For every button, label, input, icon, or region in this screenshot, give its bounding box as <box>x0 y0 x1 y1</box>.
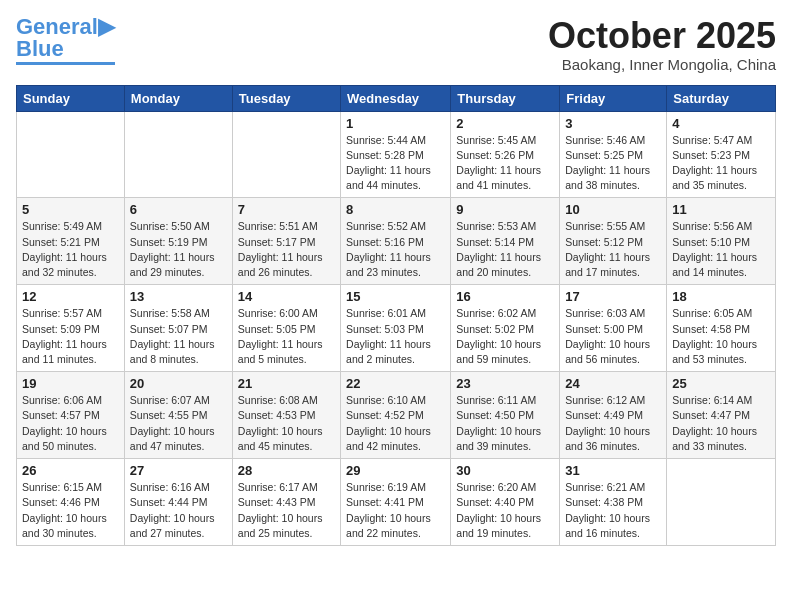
day-number: 10 <box>565 202 661 217</box>
day-number: 6 <box>130 202 227 217</box>
day-info: Sunrise: 6:20 AM Sunset: 4:40 PM Dayligh… <box>456 480 554 541</box>
day-number: 4 <box>672 116 770 131</box>
day-info: Sunrise: 5:49 AM Sunset: 5:21 PM Dayligh… <box>22 219 119 280</box>
calendar-week-row: 19Sunrise: 6:06 AM Sunset: 4:57 PM Dayli… <box>17 372 776 459</box>
weekday-header: Friday <box>560 85 667 111</box>
calendar-cell: 6Sunrise: 5:50 AM Sunset: 5:19 PM Daylig… <box>124 198 232 285</box>
day-number: 23 <box>456 376 554 391</box>
day-number: 22 <box>346 376 445 391</box>
calendar-cell <box>667 459 776 546</box>
calendar-cell: 20Sunrise: 6:07 AM Sunset: 4:55 PM Dayli… <box>124 372 232 459</box>
day-info: Sunrise: 6:12 AM Sunset: 4:49 PM Dayligh… <box>565 393 661 454</box>
calendar-cell: 4Sunrise: 5:47 AM Sunset: 5:23 PM Daylig… <box>667 111 776 198</box>
title-area: October 2025 Baokang, Inner Mongolia, Ch… <box>548 16 776 73</box>
calendar-cell: 5Sunrise: 5:49 AM Sunset: 5:21 PM Daylig… <box>17 198 125 285</box>
day-number: 27 <box>130 463 227 478</box>
day-info: Sunrise: 6:19 AM Sunset: 4:41 PM Dayligh… <box>346 480 445 541</box>
calendar-cell: 25Sunrise: 6:14 AM Sunset: 4:47 PM Dayli… <box>667 372 776 459</box>
calendar-cell: 17Sunrise: 6:03 AM Sunset: 5:00 PM Dayli… <box>560 285 667 372</box>
calendar-cell: 30Sunrise: 6:20 AM Sunset: 4:40 PM Dayli… <box>451 459 560 546</box>
day-info: Sunrise: 6:03 AM Sunset: 5:00 PM Dayligh… <box>565 306 661 367</box>
day-info: Sunrise: 5:45 AM Sunset: 5:26 PM Dayligh… <box>456 133 554 194</box>
logo-underline <box>16 62 115 65</box>
day-number: 5 <box>22 202 119 217</box>
day-number: 26 <box>22 463 119 478</box>
calendar-cell: 3Sunrise: 5:46 AM Sunset: 5:25 PM Daylig… <box>560 111 667 198</box>
calendar-cell: 24Sunrise: 6:12 AM Sunset: 4:49 PM Dayli… <box>560 372 667 459</box>
day-number: 19 <box>22 376 119 391</box>
month-title: October 2025 <box>548 16 776 56</box>
calendar-cell: 8Sunrise: 5:52 AM Sunset: 5:16 PM Daylig… <box>341 198 451 285</box>
day-number: 8 <box>346 202 445 217</box>
calendar-cell <box>124 111 232 198</box>
weekday-header: Tuesday <box>232 85 340 111</box>
calendar-cell: 19Sunrise: 6:06 AM Sunset: 4:57 PM Dayli… <box>17 372 125 459</box>
calendar-week-row: 26Sunrise: 6:15 AM Sunset: 4:46 PM Dayli… <box>17 459 776 546</box>
logo: General▶ Blue <box>16 16 115 65</box>
day-info: Sunrise: 6:16 AM Sunset: 4:44 PM Dayligh… <box>130 480 227 541</box>
calendar-cell: 12Sunrise: 5:57 AM Sunset: 5:09 PM Dayli… <box>17 285 125 372</box>
calendar-cell: 23Sunrise: 6:11 AM Sunset: 4:50 PM Dayli… <box>451 372 560 459</box>
weekday-header: Saturday <box>667 85 776 111</box>
day-number: 21 <box>238 376 335 391</box>
day-info: Sunrise: 5:51 AM Sunset: 5:17 PM Dayligh… <box>238 219 335 280</box>
day-info: Sunrise: 6:02 AM Sunset: 5:02 PM Dayligh… <box>456 306 554 367</box>
location-subtitle: Baokang, Inner Mongolia, China <box>548 56 776 73</box>
weekday-header: Wednesday <box>341 85 451 111</box>
page-header: General▶ Blue October 2025 Baokang, Inne… <box>16 16 776 73</box>
day-number: 7 <box>238 202 335 217</box>
calendar-cell: 2Sunrise: 5:45 AM Sunset: 5:26 PM Daylig… <box>451 111 560 198</box>
weekday-header: Sunday <box>17 85 125 111</box>
day-number: 2 <box>456 116 554 131</box>
calendar-cell: 11Sunrise: 5:56 AM Sunset: 5:10 PM Dayli… <box>667 198 776 285</box>
day-number: 25 <box>672 376 770 391</box>
calendar-week-row: 5Sunrise: 5:49 AM Sunset: 5:21 PM Daylig… <box>17 198 776 285</box>
day-info: Sunrise: 5:46 AM Sunset: 5:25 PM Dayligh… <box>565 133 661 194</box>
day-info: Sunrise: 5:44 AM Sunset: 5:28 PM Dayligh… <box>346 133 445 194</box>
day-number: 24 <box>565 376 661 391</box>
calendar-cell <box>232 111 340 198</box>
day-info: Sunrise: 5:50 AM Sunset: 5:19 PM Dayligh… <box>130 219 227 280</box>
calendar-cell: 10Sunrise: 5:55 AM Sunset: 5:12 PM Dayli… <box>560 198 667 285</box>
day-number: 30 <box>456 463 554 478</box>
day-number: 9 <box>456 202 554 217</box>
day-number: 17 <box>565 289 661 304</box>
day-info: Sunrise: 5:55 AM Sunset: 5:12 PM Dayligh… <box>565 219 661 280</box>
calendar-week-row: 12Sunrise: 5:57 AM Sunset: 5:09 PM Dayli… <box>17 285 776 372</box>
weekday-header: Thursday <box>451 85 560 111</box>
day-info: Sunrise: 6:21 AM Sunset: 4:38 PM Dayligh… <box>565 480 661 541</box>
day-number: 1 <box>346 116 445 131</box>
day-info: Sunrise: 6:06 AM Sunset: 4:57 PM Dayligh… <box>22 393 119 454</box>
day-info: Sunrise: 6:07 AM Sunset: 4:55 PM Dayligh… <box>130 393 227 454</box>
calendar-cell: 1Sunrise: 5:44 AM Sunset: 5:28 PM Daylig… <box>341 111 451 198</box>
day-info: Sunrise: 6:14 AM Sunset: 4:47 PM Dayligh… <box>672 393 770 454</box>
calendar-cell: 18Sunrise: 6:05 AM Sunset: 4:58 PM Dayli… <box>667 285 776 372</box>
day-info: Sunrise: 6:15 AM Sunset: 4:46 PM Dayligh… <box>22 480 119 541</box>
calendar-cell: 21Sunrise: 6:08 AM Sunset: 4:53 PM Dayli… <box>232 372 340 459</box>
weekday-header-row: SundayMondayTuesdayWednesdayThursdayFrid… <box>17 85 776 111</box>
day-number: 31 <box>565 463 661 478</box>
calendar-cell: 26Sunrise: 6:15 AM Sunset: 4:46 PM Dayli… <box>17 459 125 546</box>
day-info: Sunrise: 5:58 AM Sunset: 5:07 PM Dayligh… <box>130 306 227 367</box>
day-info: Sunrise: 5:52 AM Sunset: 5:16 PM Dayligh… <box>346 219 445 280</box>
day-number: 16 <box>456 289 554 304</box>
day-number: 29 <box>346 463 445 478</box>
calendar-cell: 22Sunrise: 6:10 AM Sunset: 4:52 PM Dayli… <box>341 372 451 459</box>
calendar-cell: 31Sunrise: 6:21 AM Sunset: 4:38 PM Dayli… <box>560 459 667 546</box>
day-info: Sunrise: 5:56 AM Sunset: 5:10 PM Dayligh… <box>672 219 770 280</box>
calendar-cell: 29Sunrise: 6:19 AM Sunset: 4:41 PM Dayli… <box>341 459 451 546</box>
calendar-cell: 15Sunrise: 6:01 AM Sunset: 5:03 PM Dayli… <box>341 285 451 372</box>
day-info: Sunrise: 5:47 AM Sunset: 5:23 PM Dayligh… <box>672 133 770 194</box>
day-info: Sunrise: 6:00 AM Sunset: 5:05 PM Dayligh… <box>238 306 335 367</box>
calendar-cell <box>17 111 125 198</box>
day-info: Sunrise: 6:10 AM Sunset: 4:52 PM Dayligh… <box>346 393 445 454</box>
calendar-cell: 7Sunrise: 5:51 AM Sunset: 5:17 PM Daylig… <box>232 198 340 285</box>
day-number: 11 <box>672 202 770 217</box>
logo-blue: ▶ <box>98 14 115 39</box>
day-number: 18 <box>672 289 770 304</box>
logo-blue-text: Blue <box>16 38 64 60</box>
day-number: 14 <box>238 289 335 304</box>
calendar-cell: 28Sunrise: 6:17 AM Sunset: 4:43 PM Dayli… <box>232 459 340 546</box>
weekday-header: Monday <box>124 85 232 111</box>
day-number: 28 <box>238 463 335 478</box>
